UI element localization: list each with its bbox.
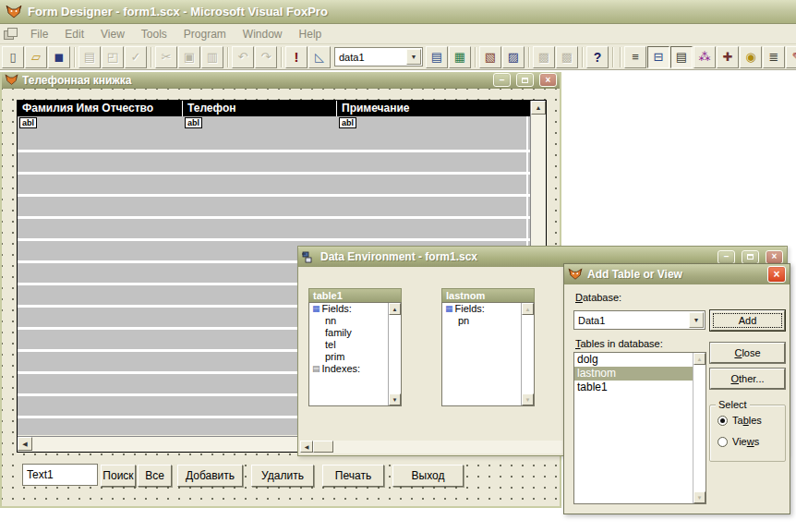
code-window-button[interactable]: ⁂ <box>693 46 716 68</box>
scroll-down-icon[interactable]: ▼ <box>522 393 534 405</box>
tables-listbox[interactable]: dolg lastnom table1 ▲ ▼ <box>573 352 706 504</box>
layout-toolbar-button[interactable]: ≣ <box>763 46 785 68</box>
grid-column-header-phone[interactable]: Телефон <box>183 101 337 116</box>
scroll-up-icon[interactable]: ▲ <box>522 303 534 315</box>
menu-edit[interactable]: Edit <box>57 26 91 42</box>
table-list-item-table1[interactable]: table1 <box>574 381 693 394</box>
print-button[interactable]: ▤ <box>78 46 101 68</box>
textbox-control-icon[interactable]: abl <box>339 117 356 128</box>
menu-program[interactable]: Program <box>176 26 234 42</box>
table-list-item-dolg[interactable]: dolg <box>574 353 693 367</box>
menu-file[interactable]: File <box>23 26 55 42</box>
data-environment-window-icon <box>302 251 316 263</box>
table-list-item-lastnom[interactable]: lastnom <box>574 367 693 381</box>
extra-disabled-button-2[interactable]: ▩ <box>556 46 578 68</box>
search-textbox[interactable]: Text1 <box>22 464 98 486</box>
show-all-button[interactable]: Все <box>138 465 172 487</box>
scroll-down-icon[interactable]: ▼ <box>693 491 706 503</box>
cursor-panel-table1[interactable]: table1 ▦Fields: nn family tel prim ▤Inde… <box>308 288 402 406</box>
print-record-button[interactable]: Печать <box>322 465 384 487</box>
database-combo[interactable]: data1 ▼ <box>334 47 423 66</box>
tables-radio-button[interactable] <box>718 416 728 426</box>
form-titlebar[interactable]: Телефонная книжка – × <box>2 72 560 89</box>
properties-window-button[interactable]: ▤ <box>670 46 693 68</box>
form-close-button[interactable]: × <box>539 73 557 87</box>
cursor-scrollbar[interactable]: ▲ ▼ <box>388 303 401 405</box>
scroll-up-icon[interactable]: ▲ <box>531 101 546 115</box>
browse-alt-button[interactable]: ▨ <box>502 46 525 68</box>
form-maximize-button[interactable] <box>516 73 534 87</box>
view-window-button[interactable]: ▤ <box>426 46 448 68</box>
spelling-button[interactable]: ✓ <box>125 46 147 68</box>
data-environment-button[interactable]: ⊟ <box>647 46 669 68</box>
cursor-title-lastnom[interactable]: lastnom <box>441 288 535 302</box>
de-horizontal-scrollbar[interactable]: ◀ <box>300 441 562 453</box>
other-button[interactable]: Other... <box>710 369 785 389</box>
listbox-scrollbar[interactable]: ▲ ▼ <box>693 353 706 503</box>
select-groupbox-label: Select <box>716 399 750 410</box>
menu-view[interactable]: View <box>93 26 132 42</box>
menu-help[interactable]: Help <box>292 26 330 42</box>
tables-radio-row[interactable]: Tables <box>718 415 762 426</box>
paste-button[interactable]: ▥ <box>201 46 223 68</box>
form-minimize-button[interactable]: – <box>493 73 511 87</box>
form-view-button[interactable]: ▦ <box>449 46 471 68</box>
views-radio-button[interactable] <box>718 437 728 447</box>
close-button[interactable]: Close <box>710 343 785 363</box>
delete-record-button[interactable]: Удалить <box>251 465 314 487</box>
fields-table-icon: ▦ <box>445 305 453 313</box>
cursor-scrollbar[interactable]: ▲ ▼ <box>521 303 534 405</box>
cursor-field-list-table1[interactable]: ▦Fields: nn family tel prim ▤Indexes: ▲ … <box>308 302 402 406</box>
grid-column-header-note[interactable]: Примечание <box>337 101 531 116</box>
open-button[interactable]: ▱ <box>25 46 47 68</box>
print-preview-button[interactable]: ◰ <box>102 46 124 68</box>
database-dropdown[interactable]: Data1 ▼ <box>573 310 706 330</box>
form-builder-button[interactable]: ✎ <box>786 46 796 68</box>
menu-window[interactable]: Window <box>235 26 290 42</box>
cursor-panel-lastnom[interactable]: lastnom ▦Fields: pn ▲ ▼ <box>441 288 535 406</box>
grid-column-header-name[interactable]: Фамилия Имя Отчество <box>18 101 183 116</box>
add-button[interactable]: Add <box>710 310 785 331</box>
modify-form-button[interactable]: ◺ <box>308 46 331 68</box>
save-button[interactable]: ◼ <box>48 46 70 68</box>
new-button[interactable]: ▯ <box>2 46 24 68</box>
open-folder-icon: ▱ <box>31 51 41 63</box>
redo-button[interactable]: ↷ <box>255 46 277 68</box>
help-button[interactable]: ? <box>586 46 609 68</box>
menubar: File Edit View Tools Program Window Help <box>0 24 796 44</box>
extra-disabled-button-1[interactable]: ▩ <box>533 46 555 68</box>
cursor-title-table1[interactable]: table1 <box>308 288 402 302</box>
undo-button[interactable]: ↶ <box>232 46 254 68</box>
scroll-up-icon[interactable]: ▲ <box>389 303 401 315</box>
set-tab-order-button[interactable]: ≡ <box>624 46 646 68</box>
grid-textbox-row: abl abl abl <box>18 116 531 130</box>
color-palette-button[interactable]: ◉ <box>740 46 762 68</box>
de-maximize-button[interactable] <box>742 250 759 264</box>
de-minimize-button[interactable]: – <box>718 250 735 264</box>
scroll-left-icon[interactable]: ◀ <box>18 437 32 451</box>
search-button[interactable]: Поиск <box>101 465 136 487</box>
browse-button[interactable]: ▧ <box>479 46 501 68</box>
scroll-down-icon[interactable]: ▼ <box>389 393 401 405</box>
cut-button[interactable]: ✂ <box>155 46 177 68</box>
exit-button[interactable]: Выход <box>392 465 464 487</box>
copy-button[interactable]: ▣ <box>178 46 200 68</box>
dialog-close-button[interactable]: × <box>767 266 786 283</box>
add-dialog-titlebar[interactable]: Add Table or View × <box>564 264 790 284</box>
view-window-icon: ▤ <box>431 51 442 63</box>
chevron-down-icon[interactable]: ▼ <box>406 49 421 65</box>
textbox-control-icon[interactable]: abl <box>185 117 202 128</box>
run-button[interactable]: ! <box>285 46 308 68</box>
chevron-down-icon[interactable]: ▼ <box>689 312 704 328</box>
cursor-field-list-lastnom[interactable]: ▦Fields: pn ▲ ▼ <box>441 302 535 406</box>
textbox-control-icon[interactable]: abl <box>19 117 37 128</box>
add-record-button[interactable]: Добавить <box>177 465 243 487</box>
scroll-left-icon[interactable]: ◀ <box>300 441 313 453</box>
menu-tools[interactable]: Tools <box>134 26 175 42</box>
form-controls-toolbar-button[interactable]: ✚ <box>717 46 739 68</box>
scroll-up-icon[interactable]: ▲ <box>693 353 706 365</box>
add-table-or-view-dialog: Add Table or View × Database: Data1 ▼ Ad… <box>563 263 790 514</box>
de-close-button[interactable]: × <box>766 250 783 264</box>
scrollbar-thumb[interactable] <box>313 441 333 453</box>
views-radio-row[interactable]: Views <box>718 436 759 447</box>
